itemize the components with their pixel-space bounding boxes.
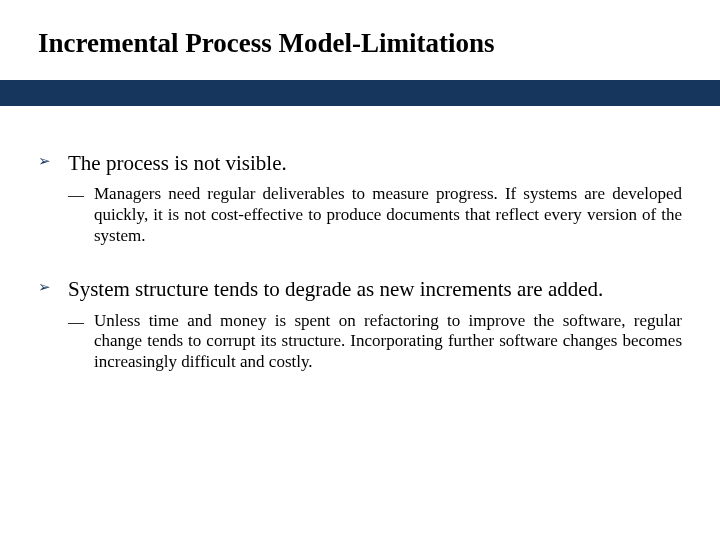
triangle-bullet-icon: ➢ (38, 278, 51, 297)
bullet-heading: System structure tends to degrade as new… (68, 277, 603, 301)
sub-bullet-text: Unless time and money is spent on refact… (94, 311, 682, 371)
bullet-item: ➢ The process is not visible. (38, 150, 682, 176)
dash-bullet-icon: — (68, 312, 84, 332)
slide: Incremental Process Model-Limitations ➢ … (0, 0, 720, 540)
title-underline-bar (0, 80, 720, 106)
sub-bullet-text: Managers need regular deliverables to me… (94, 184, 682, 244)
slide-title: Incremental Process Model-Limitations (38, 28, 494, 59)
bullet-item: ➢ System structure tends to degrade as n… (38, 276, 682, 302)
sub-bullet-item: — Unless time and money is spent on refa… (68, 311, 682, 373)
dash-bullet-icon: — (68, 185, 84, 205)
bullet-heading: The process is not visible. (68, 151, 287, 175)
sub-bullet-item: — Managers need regular deliverables to … (68, 184, 682, 246)
triangle-bullet-icon: ➢ (38, 152, 51, 171)
content-area: ➢ The process is not visible. — Managers… (38, 150, 682, 403)
